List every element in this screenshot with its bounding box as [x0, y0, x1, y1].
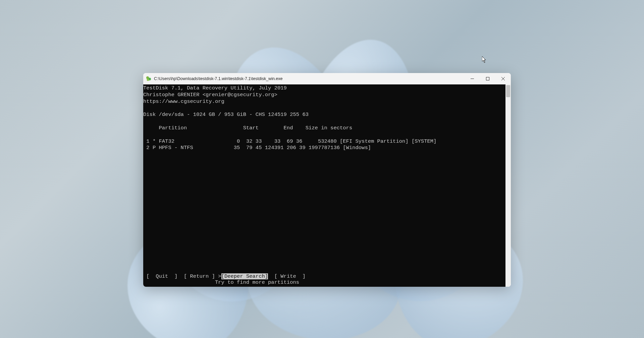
terminal-window: C:\Users\hp\Downloads\testdisk-7.1.win\t…	[143, 73, 511, 287]
menu-quit[interactable]: [ Quit ]	[146, 273, 177, 279]
header-line-1: TestDisk 7.1, Data Recovery Utility, Jul…	[143, 85, 287, 91]
svg-point-2	[147, 79, 149, 81]
mouse-cursor-icon	[482, 56, 487, 63]
partition-row-1: 1 * FAT32 0 32 33 33 69 36 532480 [EFI S…	[143, 138, 436, 144]
disk-info: Disk /dev/sda - 1024 GB / 953 GiB - CHS …	[143, 112, 309, 118]
vertical-scrollbar[interactable]	[505, 84, 511, 287]
app-icon	[146, 76, 151, 81]
titlebar[interactable]: C:\Users\hp\Downloads\testdisk-7.1.win\t…	[143, 73, 511, 84]
menu-row: [ Quit ] [ Return ] >[Deeper Search] [ W…	[143, 273, 505, 280]
header-line-2: Christophe GRENIER <grenier@cgsecurity.o…	[143, 92, 277, 98]
partition-row-2: 2 P HPFS - NTFS 35 79 45 124391 206 39 1…	[143, 145, 371, 151]
close-button[interactable]	[495, 73, 511, 84]
menu-return[interactable]: [ Return ]	[184, 273, 215, 279]
menu-deeper-prefix: >	[218, 273, 221, 279]
menu-hint: Try to find more partitions	[143, 279, 299, 285]
scrollbar-thumb[interactable]	[506, 85, 510, 97]
menu-write[interactable]: [ Write ]	[274, 273, 306, 279]
window-controls	[465, 73, 511, 84]
svg-rect-4	[486, 77, 489, 80]
window-title: C:\Users\hp\Downloads\testdisk-7.1.win\t…	[154, 76, 465, 81]
minimize-button[interactable]	[465, 73, 480, 84]
menu-deeper-search[interactable]: [Deeper Search]	[221, 273, 268, 279]
partition-columns: Partition Start End Size in sectors	[143, 125, 352, 131]
terminal-output[interactable]: TestDisk 7.1, Data Recovery Utility, Jul…	[143, 84, 505, 287]
maximize-button[interactable]	[480, 73, 495, 84]
header-line-3: https://www.cgsecurity.org	[143, 98, 224, 105]
